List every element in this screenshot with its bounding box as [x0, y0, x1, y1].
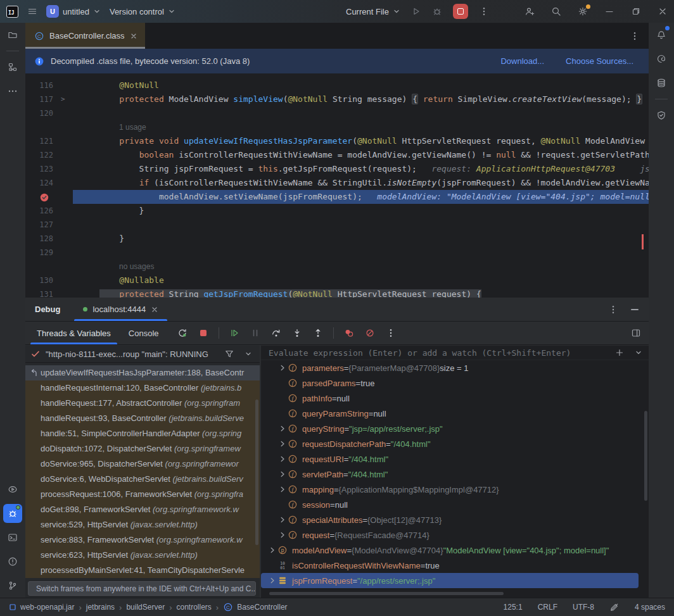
expand-icon[interactable] [267, 577, 277, 584]
variables-scrollbar[interactable] [644, 411, 647, 501]
variable-requestURI[interactable]: frequestURI = "/404.html" [261, 451, 649, 467]
error-stripe-mark[interactable] [642, 234, 644, 249]
toolwindow-project[interactable] [3, 25, 22, 44]
breadcrumb-item[interactable]: web-openapi.jar [9, 603, 74, 612]
stop-button[interactable] [195, 325, 212, 341]
gutter-line[interactable]: 117> [25, 92, 73, 106]
tab-console[interactable]: Console [122, 322, 165, 344]
status-item[interactable]: 4 spaces [635, 603, 665, 612]
tab-options-icon[interactable] [630, 31, 649, 41]
stack-frame[interactable]: service:623, HttpServlet (javax.servlet.… [25, 548, 260, 563]
new-watch-icon[interactable] [614, 348, 625, 358]
expand-icon[interactable] [277, 455, 288, 463]
debug-icon[interactable] [432, 6, 442, 16]
toolwindow-structure[interactable] [3, 58, 22, 77]
toolwindow-problems[interactable] [3, 552, 22, 571]
toolwindow-services[interactable] [3, 480, 22, 499]
variable-modelAndView[interactable]: pmodelAndView = {ModelAndView@47704} "Mo… [261, 543, 649, 558]
variable-queryString[interactable]: fqueryString = "jsp=/app/rest/server;.js… [261, 421, 649, 436]
gutter-line[interactable]: 124 [25, 176, 73, 190]
stack-frame[interactable]: doService:965, DispatcherServlet (org.sp… [25, 456, 260, 472]
variable-jspFromRequest[interactable]: jspFromRequest = "/app/rest/server;.jsp" [261, 573, 639, 588]
stack-frame[interactable]: service:529, HttpServlet (javax.servlet.… [25, 517, 260, 532]
status-item[interactable]: UTF-8 [573, 603, 594, 612]
more-actions-icon[interactable] [479, 6, 489, 16]
variable-isControllerRequestWithViewName[interactable]: 1001isControllerRequestWithViewName = tr… [261, 558, 649, 573]
variable-session[interactable]: fsession = null [261, 497, 649, 512]
more-button[interactable] [383, 325, 399, 341]
code-editor[interactable]: 116117>120121122123124126127128129130131… [25, 73, 649, 298]
debug-session-tab[interactable]: localhost:4444 [74, 298, 167, 321]
expand-icon[interactable] [277, 516, 288, 524]
evaluate-expression-input[interactable]: Evaluate expression (Enter) or add a wat… [261, 346, 649, 360]
fold-arrow-icon[interactable]: > [61, 92, 65, 106]
usage-inlay[interactable]: 1 usage [73, 120, 649, 134]
variable-parameters[interactable]: fparameters = {ParameterMap@47708} size … [261, 360, 649, 375]
variable-request[interactable]: frequest = {RequestFacade@47714} [261, 527, 649, 543]
gutter-line[interactable]: 121 [25, 134, 73, 148]
hide-toolwindow-icon[interactable] [631, 309, 639, 310]
breadcrumb-item[interactable]: jetbrains [86, 603, 115, 612]
toolwindow-terminal[interactable] [3, 528, 22, 547]
restore-button[interactable] [631, 6, 641, 16]
stack-frame[interactable]: handle:51, SimpleControllerHandlerAdapte… [25, 426, 260, 441]
variables-hscrollbar[interactable] [269, 592, 504, 595]
stack-frame[interactable]: doDispatch:1072, DispatcherServlet (org.… [25, 441, 260, 456]
toolwindow-notifications[interactable] [652, 25, 671, 44]
chevron-down-icon[interactable] [245, 349, 252, 359]
variable-parsedParams[interactable]: fparsedParams = true [261, 375, 649, 391]
toolwindow-database[interactable] [652, 73, 671, 92]
chevron-down-icon[interactable] [635, 348, 642, 358]
stack-frame[interactable]: handleRequest:93, BaseController (jetbra… [25, 411, 260, 426]
close-session-icon[interactable] [151, 306, 158, 313]
gutter-line[interactable]: 127 [25, 218, 73, 232]
status-item[interactable]: 125:1 [504, 603, 523, 612]
main-menu-icon[interactable] [27, 6, 37, 16]
search-icon[interactable] [551, 6, 561, 16]
stack-frame[interactable]: updateViewIfRequestHasJspParameter:188, … [25, 365, 260, 380]
gutter-line[interactable]: 123 [25, 162, 73, 176]
layout-settings-icon[interactable] [631, 328, 649, 338]
minimize-button[interactable] [604, 6, 614, 16]
stack-frame[interactable]: doService:6, WebDispatcherServlet (jetbr… [25, 472, 260, 487]
gutter-line[interactable]: 126 [25, 204, 73, 218]
breadcrumb-item[interactable]: CBaseController [223, 602, 287, 612]
expand-icon[interactable] [277, 470, 288, 478]
breadcrumb-item[interactable]: controllers [176, 603, 211, 612]
filter-icon[interactable] [224, 349, 234, 359]
step-out-button[interactable] [310, 325, 326, 341]
vcs-widget[interactable]: Version control [110, 7, 175, 16]
choose-sources-link[interactable]: Choose Sources... [566, 56, 633, 66]
stack-frame[interactable]: service:883, FrameworkServlet (org.sprin… [25, 532, 260, 548]
expand-icon[interactable] [277, 486, 288, 493]
toolwindow-debug[interactable] [3, 504, 22, 523]
frames-scrollbar[interactable] [255, 399, 258, 545]
pause-button[interactable] [247, 325, 264, 341]
toolwindow-version-control[interactable] [3, 576, 22, 595]
readonly-icon[interactable] [609, 602, 620, 612]
thread-selector[interactable]: "http-nio-8111-exec...roup "main": RUNNI… [25, 346, 260, 363]
editor-gutter[interactable]: 116117>120121122123124126127128129130131 [25, 79, 73, 298]
tab-threads-variables[interactable]: Threads & Variables [30, 322, 117, 344]
run-configuration[interactable]: Current File [346, 7, 400, 16]
expand-icon[interactable] [277, 531, 288, 539]
variable-requestDispatcherPath[interactable]: frequestDispatcherPath = "/404.html" [261, 436, 649, 451]
rerun-debug-button[interactable] [174, 325, 191, 341]
stop-button[interactable] [453, 4, 468, 19]
gutter-line[interactable]: 120 [25, 106, 73, 120]
breadcrumb-item[interactable]: buildServer [126, 603, 165, 612]
mute-breakpoints-button[interactable] [362, 325, 378, 341]
step-into-button[interactable] [289, 325, 305, 341]
expand-icon[interactable] [267, 546, 277, 554]
gutter-line[interactable]: 122 [25, 148, 73, 162]
variable-queryParamString[interactable]: fqueryParamString = null [261, 406, 649, 421]
stack-frame[interactable]: handleRequestInternal:120, BaseControlle… [25, 380, 260, 396]
variable-servletPath[interactable]: fservletPath = "/404.html" [261, 467, 649, 482]
variable-specialAttributes[interactable]: fspecialAttributes = {Object[12]@47713} [261, 512, 649, 527]
settings-icon[interactable] [578, 6, 588, 16]
stack-frame[interactable]: processRequest:1006, FrameworkServlet (o… [25, 487, 260, 502]
expand-icon[interactable] [277, 440, 288, 448]
run-icon[interactable] [411, 6, 421, 16]
gutter-line[interactable]: 128 [25, 232, 73, 246]
expand-icon[interactable] [277, 364, 288, 372]
